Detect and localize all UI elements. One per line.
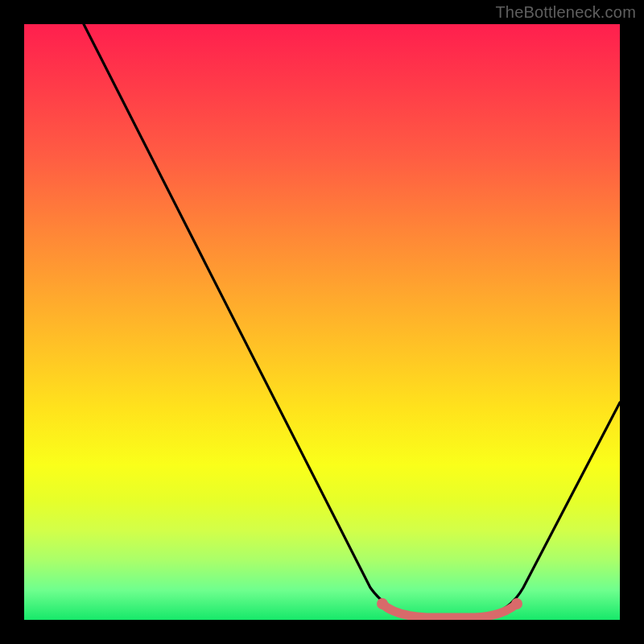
curve-layer bbox=[24, 24, 620, 620]
optimal-zone-dot-left bbox=[377, 598, 388, 609]
bottleneck-curve bbox=[84, 24, 620, 617]
optimal-zone-dot-right bbox=[511, 598, 522, 609]
watermark-label: TheBottleneck.com bbox=[495, 3, 636, 22]
chart-frame: TheBottleneck.com bbox=[0, 0, 644, 644]
optimal-zone-highlight bbox=[382, 604, 517, 617]
plot-area bbox=[24, 24, 620, 620]
